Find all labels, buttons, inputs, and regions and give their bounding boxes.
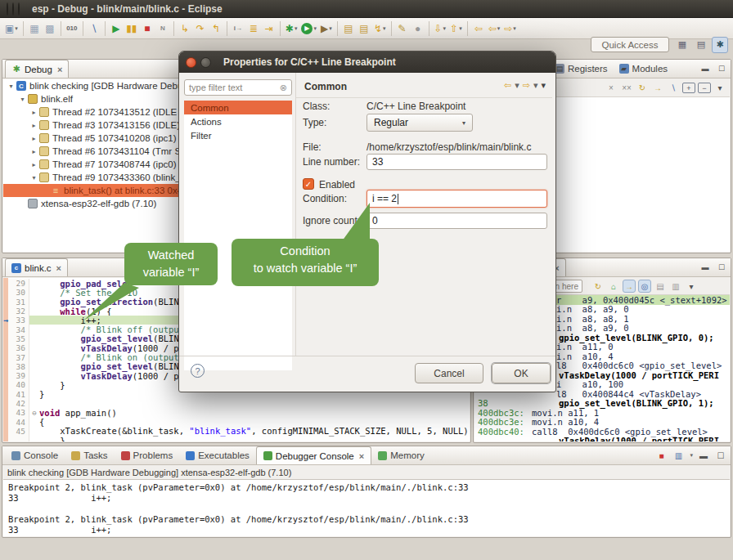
console-tab-memory[interactable]: Memory (371, 446, 431, 464)
dropdown-arrow-icon[interactable]: ▾ (443, 25, 447, 32)
filter-input[interactable]: type filter text ⊗ (184, 79, 292, 96)
tab-blink-c[interactable]: c blink.c × (5, 258, 68, 276)
display-selected-console-icon[interactable]: ▥ (672, 449, 685, 462)
resume-icon[interactable]: ▶ (109, 20, 124, 37)
maximize-icon[interactable]: ☐ (716, 262, 727, 273)
condition-input[interactable]: i == 2 (366, 190, 547, 208)
tab-debug[interactable]: ✱ Debug × (5, 60, 69, 78)
maximize-icon[interactable]: ☐ (716, 63, 727, 74)
run-launch-icon[interactable]: ▶▾ (299, 20, 318, 37)
dropdown-arrow-icon[interactable]: ▾ (690, 452, 693, 459)
clear-filter-icon[interactable]: ⊗ (280, 83, 287, 93)
tab-registers[interactable]: ▤ Registers (549, 60, 614, 78)
console-output[interactable]: Breakpoint 2, blink_task (pvParameter=0x… (3, 479, 730, 536)
cancel-button[interactable]: Cancel (415, 363, 483, 383)
dropdown-arrow-icon[interactable]: ▾ (578, 283, 582, 289)
copy-icon[interactable]: ▤ (654, 280, 667, 293)
console-tab-tasks[interactable]: Tasks (65, 446, 114, 464)
quick-access-button[interactable]: Quick Access (591, 37, 669, 52)
minimize-icon[interactable]: ▬ (699, 262, 711, 273)
tree-expander-icon[interactable]: ▸ (29, 109, 38, 116)
print-icon[interactable]: ▥ (669, 280, 682, 293)
tab-close-icon[interactable]: × (56, 263, 61, 273)
new-wizard-icon[interactable]: ▣▾ (3, 20, 20, 37)
dropdown-arrow-icon[interactable]: ▾ (329, 25, 332, 32)
previous-annotation-icon[interactable]: ⇧▾ (448, 20, 464, 37)
breakpoint-marker-icon[interactable]: → (3, 316, 13, 325)
console-tab-console[interactable]: Console (5, 446, 65, 464)
ignore-count-input[interactable]: 0 (366, 213, 547, 229)
tree-expander-icon[interactable]: ▾ (18, 96, 27, 103)
tab-modules[interactable]: ▰ Modules (614, 60, 673, 78)
tab-close-icon[interactable]: × (57, 65, 62, 74)
tree-expander-icon[interactable]: ▾ (7, 83, 16, 90)
debug-perspective-button[interactable]: ✱ (712, 37, 728, 53)
dropdown-arrow-icon[interactable]: ▾ (497, 25, 501, 32)
dropdown-arrow-icon[interactable]: ▾ (313, 25, 317, 32)
console-tab-executables[interactable]: Executables (179, 446, 256, 464)
track-expression-icon[interactable]: ◎ (638, 280, 651, 293)
open-resource-icon[interactable]: ▤ (357, 20, 371, 37)
minimize-icon[interactable]: ▬ (699, 63, 711, 74)
expand-all-icon[interactable]: + (682, 83, 695, 93)
save-icon[interactable]: ▦ (27, 20, 42, 37)
minimize-icon[interactable]: ▬ (697, 449, 710, 462)
export-registers-icon[interactable]: → (651, 82, 664, 95)
window-minimize-button[interactable] (12, 2, 14, 16)
debug-launch-icon[interactable]: ✱▾ (284, 20, 299, 37)
tree-expander-icon[interactable]: ▸ (29, 135, 38, 142)
drop-to-frame-icon[interactable]: ≣ (246, 20, 261, 37)
maximize-icon[interactable]: ☐ (714, 449, 727, 462)
tree-expander-icon[interactable]: ▾ (29, 174, 38, 181)
next-annotation-icon[interactable]: ⇩▾ (433, 20, 448, 37)
link-with-active-debug-context-icon[interactable]: → (623, 280, 636, 293)
dropdown-arrow-icon[interactable]: ▾ (383, 25, 386, 32)
restore-register-groups-icon[interactable]: ↻ (636, 82, 649, 95)
step-into-icon[interactable]: ↳ (178, 20, 192, 37)
tree-expander-icon[interactable]: ▸ (29, 148, 38, 155)
back-menu-icon[interactable]: ▾ (515, 80, 519, 91)
view-menu-icon[interactable]: ▾ (541, 80, 546, 91)
home-icon[interactable]: ⌂ (607, 280, 620, 293)
forward-menu-icon[interactable]: ▾ (533, 80, 538, 91)
type-select[interactable]: Regular ▾ (366, 114, 473, 132)
window-maximize-button[interactable] (18, 2, 20, 16)
step-over-icon[interactable]: ↷ (193, 20, 208, 37)
fold-marker-icon[interactable]: ⊖ (29, 408, 39, 417)
terminate-console-icon[interactable]: ■ (654, 449, 668, 462)
suspend-icon[interactable]: ▮▮ (124, 20, 139, 37)
step-return-icon[interactable]: ↰ (209, 20, 223, 37)
tab-close-icon[interactable]: × (359, 451, 364, 461)
dialog-minimize-button[interactable] (200, 57, 211, 68)
dropdown-arrow-icon[interactable]: ▾ (15, 25, 18, 32)
skip-all-breakpoints-icon[interactable]: ∖ (87, 20, 101, 37)
dropdown-arrow-icon[interactable]: ▾ (295, 25, 298, 32)
disconnect-icon[interactable]: N (155, 20, 170, 37)
cpp-perspective-button[interactable]: ▤ (693, 37, 709, 53)
dialog-nav-common[interactable]: Common (184, 101, 292, 114)
help-icon[interactable]: ? (191, 364, 205, 378)
filter-registers-icon[interactable]: ∖ (667, 82, 680, 95)
mark-occurrences-icon[interactable]: ✎ (395, 20, 410, 37)
dropdown-arrow-icon[interactable]: ▾ (513, 25, 516, 32)
use-step-filters-icon[interactable]: ⇥ (262, 20, 277, 37)
tree-expander-icon[interactable]: ▸ (29, 122, 38, 129)
dialog-close-button[interactable] (186, 57, 196, 68)
line-number-input[interactable]: 33 (366, 154, 547, 170)
open-type-icon[interactable]: ▤ (341, 20, 356, 37)
window-close-button[interactable] (7, 2, 8, 16)
back-icon[interactable]: ⇦▾ (487, 20, 502, 37)
externalize-strings-icon[interactable]: ● (411, 20, 425, 37)
save-all-icon[interactable]: ▩ (43, 20, 57, 37)
forward-icon[interactable]: ⇨ (523, 80, 530, 91)
dialog-nav-filter[interactable]: Filter (184, 128, 292, 142)
instruction-stepping-icon[interactable]: i→ (231, 20, 245, 37)
remove-all-registers-icon[interactable]: ×× (620, 82, 633, 95)
refresh-icon[interactable]: ↻ (591, 280, 605, 293)
external-tools-icon[interactable]: ▶▾ (319, 20, 334, 37)
remove-selected-registers-icon[interactable]: × (605, 82, 618, 95)
tree-expander-icon[interactable]: ▸ (29, 161, 38, 168)
view-menu-icon[interactable]: ▾ (713, 82, 726, 95)
view-menu-icon[interactable]: ▾ (685, 280, 698, 293)
enabled-checkbox[interactable]: ✓ (303, 178, 314, 190)
